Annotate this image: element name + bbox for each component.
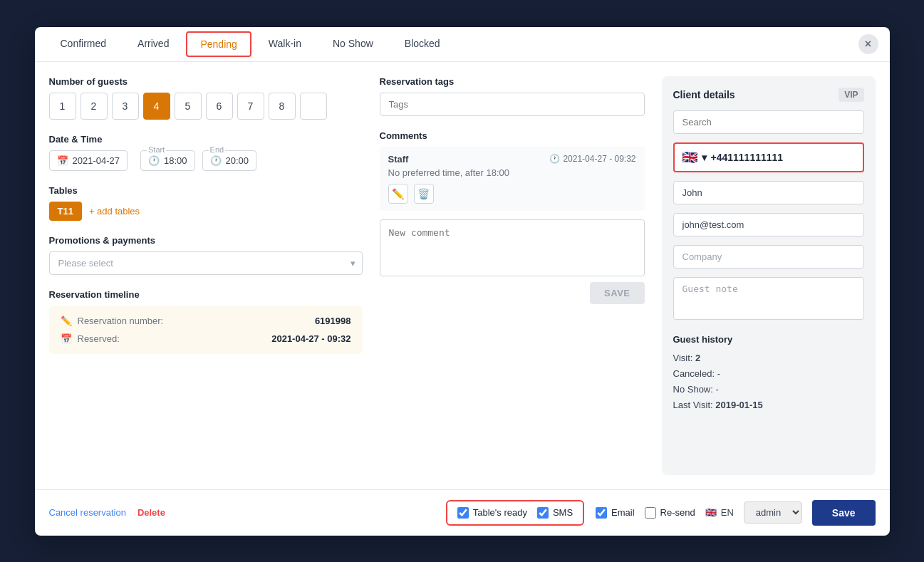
add-tables-link[interactable]: + add tables bbox=[89, 206, 140, 217]
phone-input[interactable] bbox=[711, 152, 856, 163]
comments-section: Comments Staff 🕐 2021-04-27 - 09:32 No p… bbox=[380, 130, 645, 304]
guest-buttons-row: 1 2 3 4 5 6 7 8 bbox=[49, 93, 363, 120]
cancel-reservation-link[interactable]: Cancel reservation bbox=[49, 507, 126, 518]
guests-label: Number of guests bbox=[49, 76, 363, 87]
sms-checkbox[interactable] bbox=[537, 507, 549, 519]
gh-canceled-row: Canceled: - bbox=[673, 366, 864, 382]
footer-checks-group: Table's ready SMS bbox=[446, 500, 584, 526]
save-comment-button[interactable]: SAVE bbox=[590, 282, 644, 304]
client-name-input[interactable] bbox=[673, 181, 864, 204]
save-button[interactable]: Save bbox=[812, 500, 876, 526]
guest-btn-6[interactable]: 6 bbox=[206, 93, 233, 120]
client-search-input[interactable] bbox=[673, 110, 864, 134]
sms-label: SMS bbox=[553, 507, 573, 518]
gh-visit-label: Visit: bbox=[673, 353, 693, 363]
end-time-value: 20:00 bbox=[226, 155, 249, 166]
date-field[interactable]: 📅 2021-04-27 bbox=[49, 150, 128, 171]
staff-time: 🕐 2021-04-27 - 09:32 bbox=[549, 154, 635, 164]
tags-input[interactable] bbox=[380, 93, 645, 116]
lang-selector[interactable]: 🇬🇧 EN bbox=[705, 507, 734, 518]
client-company-input[interactable] bbox=[673, 245, 864, 269]
start-label: Start bbox=[147, 145, 166, 154]
staff-label: Staff bbox=[388, 154, 409, 165]
email-label: Email bbox=[611, 507, 635, 518]
email-checkbox[interactable] bbox=[596, 507, 607, 519]
start-time-field[interactable]: Start 🕐 18:00 bbox=[140, 150, 195, 171]
tab-arrived[interactable]: Arrived bbox=[123, 28, 183, 61]
guest-history-title: Guest history bbox=[673, 334, 864, 345]
delete-link[interactable]: Delete bbox=[137, 507, 165, 518]
datetime-row: 📅 2021-04-27 Start 🕐 18:00 End 🕐 20:00 bbox=[49, 150, 363, 171]
tables-ready-label: Table's ready bbox=[473, 507, 527, 518]
guest-btn-8[interactable]: 8 bbox=[269, 93, 296, 120]
phone-flag: 🇬🇧 bbox=[682, 150, 697, 165]
resend-check[interactable]: Re-send bbox=[645, 507, 695, 519]
new-comment-textarea[interactable] bbox=[380, 219, 645, 276]
gh-lastvisit-value: 2019-01-15 bbox=[715, 400, 763, 410]
guest-btn-5[interactable]: 5 bbox=[175, 93, 202, 120]
reservation-number-label: Reservation number: bbox=[78, 316, 164, 326]
tab-confirmed[interactable]: Confirmed bbox=[46, 28, 121, 61]
edit-icon: ✏️ bbox=[61, 316, 72, 326]
comment-actions: ✏️ 🗑️ bbox=[388, 184, 636, 204]
clock-icon-3: 🕐 bbox=[549, 154, 560, 164]
tables-ready-check[interactable]: Table's ready bbox=[457, 507, 527, 519]
email-check[interactable]: Email bbox=[596, 507, 635, 519]
gh-lastvisit-row: Last Visit: 2019-01-15 bbox=[673, 397, 864, 413]
reservation-modal: Confirmed Arrived Pending Walk-in No Sho… bbox=[35, 27, 890, 536]
guest-btn-7[interactable]: 7 bbox=[237, 93, 264, 120]
gh-noshow-row: No Show: - bbox=[673, 382, 864, 397]
guest-btn-extra[interactable] bbox=[300, 93, 327, 120]
tags-label: Reservation tags bbox=[380, 76, 645, 87]
left-column: Number of guests 1 2 3 4 5 6 7 8 Date & bbox=[49, 76, 363, 475]
guest-btn-3[interactable]: 3 bbox=[112, 93, 139, 120]
admin-select[interactable]: admin bbox=[744, 501, 802, 524]
gh-canceled-value: - bbox=[717, 368, 720, 379]
datetime-section: Date & Time 📅 2021-04-27 Start 🕐 18:00 bbox=[49, 134, 363, 171]
middle-column: Reservation tags Comments Staff 🕐 2021-0… bbox=[380, 76, 645, 475]
tab-walkin[interactable]: Walk-in bbox=[254, 28, 316, 61]
timeline-row-2: 📅 Reserved: 2021-04-27 - 09:32 bbox=[61, 333, 351, 344]
promotions-select[interactable]: Please select bbox=[49, 251, 363, 275]
delete-comment-btn[interactable]: 🗑️ bbox=[414, 184, 434, 204]
lang-flag: 🇬🇧 bbox=[705, 507, 717, 518]
promotions-section: Promotions & payments Please select bbox=[49, 235, 363, 275]
client-guest-note-input[interactable] bbox=[673, 277, 864, 320]
table-tag[interactable]: T11 bbox=[49, 202, 82, 221]
phone-field[interactable]: 🇬🇧 ▾ bbox=[673, 142, 864, 172]
edit-comment-btn[interactable]: ✏️ bbox=[388, 184, 408, 204]
right-column: Client details VIP 🇬🇧 ▾ Guest history bbox=[662, 76, 876, 475]
guest-btn-4[interactable]: 4 bbox=[143, 93, 170, 120]
vip-badge: VIP bbox=[839, 88, 863, 102]
gh-visit-value: 2 bbox=[695, 353, 700, 363]
staff-timestamp: 2021-04-27 - 09:32 bbox=[563, 154, 635, 164]
tables-section: Tables T11 + add tables bbox=[49, 185, 363, 221]
modal-body: Number of guests 1 2 3 4 5 6 7 8 Date & bbox=[35, 62, 890, 489]
gh-noshow-value: - bbox=[716, 384, 719, 395]
phone-dropdown-icon[interactable]: ▾ bbox=[702, 152, 707, 163]
comments-label: Comments bbox=[380, 130, 645, 141]
close-button[interactable]: × bbox=[858, 34, 878, 54]
tables-label: Tables bbox=[49, 185, 363, 196]
end-time-field[interactable]: End 🕐 20:00 bbox=[202, 150, 257, 171]
sms-check[interactable]: SMS bbox=[537, 507, 573, 519]
date-value: 2021-04-27 bbox=[73, 155, 120, 166]
tables-row: T11 + add tables bbox=[49, 202, 363, 221]
guest-history-section: Guest history Visit: 2 Canceled: - No Sh… bbox=[673, 334, 864, 413]
tab-blocked[interactable]: Blocked bbox=[390, 28, 455, 61]
guests-section: Number of guests 1 2 3 4 5 6 7 8 bbox=[49, 76, 363, 120]
calendar-icon: 📅 bbox=[57, 155, 68, 166]
client-details-title: Client details bbox=[673, 89, 735, 100]
tab-pending[interactable]: Pending bbox=[186, 31, 251, 57]
staff-comment-text: No preferred time, after 18:00 bbox=[388, 167, 636, 178]
promotions-label: Promotions & payments bbox=[49, 235, 363, 246]
calendar-icon-2: 📅 bbox=[61, 333, 72, 344]
client-email-input[interactable] bbox=[673, 213, 864, 236]
reserved-label: Reserved: bbox=[78, 333, 120, 344]
tables-ready-checkbox[interactable] bbox=[457, 507, 469, 519]
gh-noshow-label: No Show: bbox=[673, 384, 713, 395]
guest-btn-1[interactable]: 1 bbox=[49, 93, 76, 120]
guest-btn-2[interactable]: 2 bbox=[81, 93, 108, 120]
resend-checkbox[interactable] bbox=[645, 507, 656, 519]
tab-noshow[interactable]: No Show bbox=[318, 28, 388, 61]
